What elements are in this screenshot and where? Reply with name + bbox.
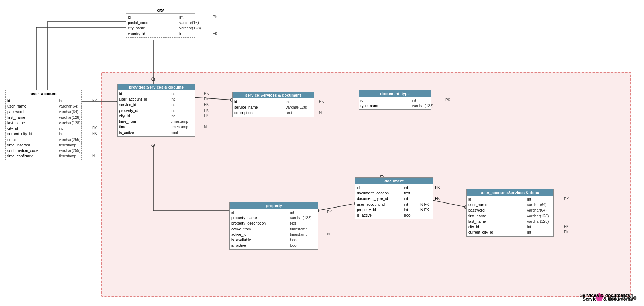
table-row: property_idintFK bbox=[119, 108, 193, 113]
table-document-body: idintPK document_locationtext document_t… bbox=[355, 184, 433, 219]
table-row: current_city_idintFK bbox=[7, 131, 80, 137]
table-service: service:Services & document idintPK serv… bbox=[232, 92, 314, 117]
table-user-account: user_account idintPK user_namevarchar(64… bbox=[5, 90, 82, 160]
table-row: city_namevarchar(128) bbox=[128, 25, 193, 31]
region-label: Services & documents bbox=[580, 293, 630, 298]
table-row: time_totimestampN bbox=[119, 124, 193, 130]
table-row: confirmation_codevarchar(255) bbox=[7, 148, 80, 153]
table-row: property_descriptiontext bbox=[231, 221, 317, 226]
table-row: idintPK bbox=[357, 185, 431, 190]
table-row: country_idintFK bbox=[128, 31, 193, 37]
table-row: idintPK bbox=[119, 91, 193, 97]
table-row: is_avaliablebool bbox=[231, 237, 317, 243]
table-row: last_namevarchar(128) bbox=[7, 120, 80, 126]
table-user-account-services-header: user_account:Services & docu bbox=[467, 189, 553, 196]
table-row: first_namevarchar(128) bbox=[7, 115, 80, 120]
table-row: idintPK bbox=[231, 210, 317, 215]
table-provides: provides:Services & docume idintPK user_… bbox=[117, 84, 195, 137]
table-row: passwordvarchar(64) bbox=[468, 208, 552, 213]
table-row: idintPK bbox=[128, 15, 193, 20]
table-row: idintPK bbox=[7, 98, 80, 104]
table-row: user_namevarchar(64) bbox=[7, 104, 80, 109]
table-user-account-body: idintPK user_namevarchar(64) passwordvar… bbox=[6, 97, 81, 160]
table-row: idintPK bbox=[468, 197, 552, 202]
table-row: user_account_idintN FK bbox=[357, 202, 431, 207]
table-provides-header: provides:Services & docume bbox=[118, 84, 195, 90]
table-document-type-body: idintPK type_namevarchar(128) bbox=[359, 97, 431, 109]
table-row: time_insertedtimestamp bbox=[7, 142, 80, 148]
table-row: is_activebool bbox=[231, 243, 317, 248]
table-property-body: idintPK property_namevarchar(128) proper… bbox=[230, 209, 318, 249]
table-user-account-services: user_account:Services & docu idintPK use… bbox=[466, 189, 554, 237]
table-row: active_fromtimestamp bbox=[231, 226, 317, 232]
table-row: city_idintFK bbox=[119, 113, 193, 119]
table-row: document_type_idintFK bbox=[357, 196, 431, 201]
table-user-account-services-body: idintPK user_namevarchar(64) passwordvar… bbox=[467, 196, 553, 236]
table-row: first_namevarchar(128) bbox=[468, 213, 552, 219]
table-row: type_namevarchar(128) bbox=[360, 103, 429, 109]
table-row: is_activebool bbox=[357, 213, 431, 218]
table-row: current_city_idintFK bbox=[468, 230, 552, 235]
table-row: emailvarchar(255) bbox=[7, 137, 80, 142]
table-city-header: city bbox=[126, 7, 195, 14]
table-row: user_account_idintFK bbox=[119, 97, 193, 102]
table-row: last_namevarchar(128) bbox=[468, 219, 552, 224]
table-document-header: document bbox=[355, 178, 433, 184]
table-provides-body: idintPK user_account_idintFK service_idi… bbox=[118, 90, 195, 136]
table-row: service_idintFK bbox=[119, 102, 193, 108]
table-row: property_namevarchar(128) bbox=[231, 215, 317, 221]
table-row: service_namevarchar(128) bbox=[234, 105, 312, 110]
table-row: idintPK bbox=[360, 98, 429, 103]
table-row: descriptiontextN bbox=[234, 110, 312, 116]
table-service-body: idintPK service_namevarchar(128) descrip… bbox=[233, 98, 314, 117]
table-row: property_idintN FK bbox=[357, 207, 431, 213]
table-document-type: document_type idintPK type_namevarchar(1… bbox=[359, 90, 431, 110]
table-property-header: property bbox=[230, 202, 318, 209]
table-row: postal_codevarchar(16) bbox=[128, 20, 193, 25]
table-row: is_activebool bbox=[119, 130, 193, 136]
table-row: user_namevarchar(64) bbox=[468, 202, 552, 208]
table-city-body: idintPK postal_codevarchar(16) city_name… bbox=[126, 14, 195, 37]
table-user-account-header: user_account bbox=[6, 90, 81, 97]
table-document-type-header: document_type bbox=[359, 90, 431, 97]
table-row: active_totimestampN bbox=[231, 232, 317, 237]
table-row: passwordvarchar(64) bbox=[7, 109, 80, 114]
table-property: property idintPK property_namevarchar(12… bbox=[229, 202, 318, 250]
table-row: city_idintFK bbox=[7, 126, 80, 131]
table-row: document_locationtext bbox=[357, 190, 431, 196]
table-row: idintPK bbox=[234, 99, 312, 105]
table-row: time_fromtimestamp bbox=[119, 119, 193, 124]
table-city: city idintPK postal_codevarchar(16) city… bbox=[126, 7, 195, 38]
table-row: city_idintFK bbox=[468, 224, 552, 230]
table-service-header: service:Services & document bbox=[233, 92, 314, 98]
table-row: time_confirmedtimestampN bbox=[7, 153, 80, 159]
table-document: document idintPK document_locationtext d… bbox=[355, 177, 433, 219]
